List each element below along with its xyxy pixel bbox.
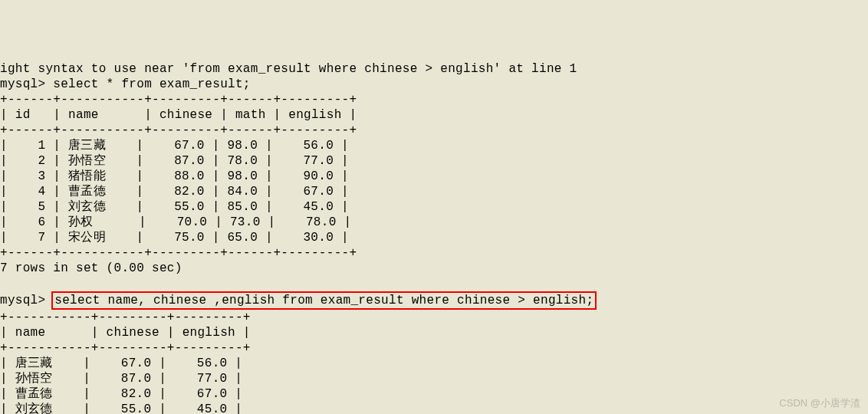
sql-query-1: select * from exam_result;: [53, 77, 250, 91]
table-row: | 1 | 唐三藏 | 67.0 | 98.0 | 56.0 |: [0, 139, 349, 153]
table-row: | 7 | 宋公明 | 75.0 | 65.0 | 30.0 |: [0, 231, 349, 245]
table-header: | id | name | chinese | math | english |: [0, 108, 357, 122]
result-summary: 7 rows in set (0.00 sec): [0, 261, 182, 275]
mysql-prompt: mysql>: [0, 77, 53, 91]
table-border: +-----------+---------+---------+: [0, 310, 251, 324]
terminal-output: ight syntax to use near 'from exam_resul…: [0, 61, 868, 414]
table-header: | name | chinese | english |: [0, 326, 251, 340]
table-row: | 孙悟空 | 87.0 | 77.0 |: [0, 372, 242, 386]
table-row: | 3 | 猪悟能 | 88.0 | 98.0 | 90.0 |: [0, 169, 349, 183]
partial-error-line: ight syntax to use near 'from exam_resul…: [0, 62, 577, 76]
table-border: +-----------+---------+---------+: [0, 341, 251, 355]
table-border: +------+-----------+---------+------+---…: [0, 123, 357, 137]
table-row: | 6 | 孙权 | 70.0 | 73.0 | 78.0 |: [0, 215, 351, 229]
table-row: | 曹孟德 | 82.0 | 67.0 |: [0, 387, 242, 401]
table-row: | 刘玄德 | 55.0 | 45.0 |: [0, 402, 242, 414]
highlighted-query: select name, chinese ,english from exam_…: [51, 291, 597, 310]
table-border: +------+-----------+---------+------+---…: [0, 93, 357, 107]
mysql-prompt: mysql>: [0, 294, 53, 307]
table-row: | 唐三藏 | 67.0 | 56.0 |: [0, 356, 242, 370]
table-row: | 4 | 曹孟德 | 82.0 | 84.0 | 67.0 |: [0, 185, 349, 199]
table-row: | 2 | 孙悟空 | 87.0 | 78.0 | 77.0 |: [0, 154, 349, 168]
sql-query-2: select name, chinese ,english from exam_…: [54, 294, 593, 307]
table-border: +------+-----------+---------+------+---…: [0, 246, 357, 260]
table-row: | 5 | 刘玄德 | 55.0 | 85.0 | 45.0 |: [0, 200, 349, 214]
csdn-watermark: CSDN @小唐学渣: [779, 397, 860, 409]
